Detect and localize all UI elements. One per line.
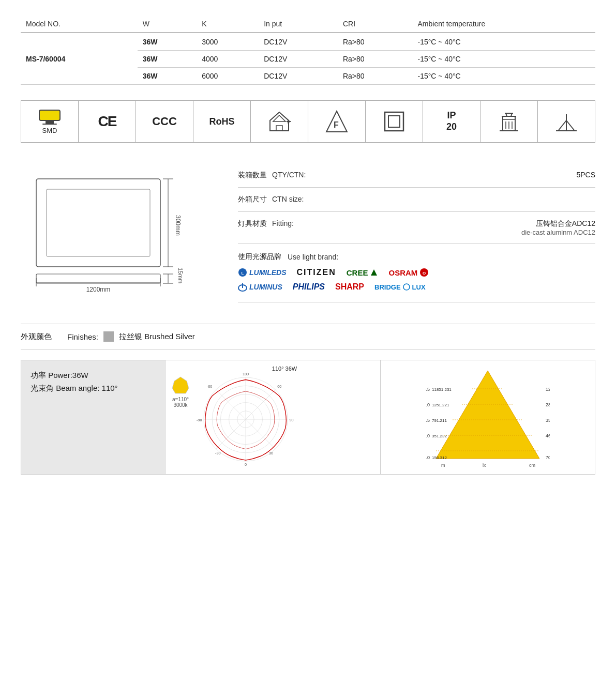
main-section: 300mm 1200mm 15mm 装箱数量 QTY/CTN: 5PCS 外箱尺…	[21, 163, 595, 308]
qty-label-en: QTY/CTN:	[272, 171, 324, 179]
svg-rect-5	[276, 126, 282, 131]
svg-text:30: 30	[269, 451, 273, 455]
brands-row1: L LUMILEDS CITIZEN CREE OSRAM O	[238, 268, 595, 277]
svg-text:15mm: 15mm	[177, 268, 184, 284]
svg-text:0.5: 0.5	[426, 387, 430, 392]
svg-text:-60: -60	[207, 384, 212, 389]
brand-philips: PHILIPS	[293, 282, 325, 292]
finishes-label-cn: 外观颜色	[21, 332, 52, 342]
svg-text:O: O	[423, 271, 426, 276]
col-temp: Ambient temperature	[412, 16, 595, 33]
svg-text:1.5: 1.5	[426, 418, 430, 423]
cert-ip20: IP20	[423, 101, 480, 142]
svg-text:3.0: 3.0	[426, 455, 430, 460]
col-w: W	[138, 16, 197, 33]
cell-temp: -15°C ~ 40°C	[412, 33, 595, 51]
polar-title: 110° 36W	[194, 366, 375, 372]
col-input: In put	[259, 16, 338, 33]
fitting-label-en: Fitting:	[272, 219, 324, 227]
fitting-value-cn: 压铸铝合金ADC12	[521, 219, 595, 229]
qty-value: 5PCS	[576, 171, 595, 179]
svg-text:lx: lx	[483, 463, 486, 468]
svg-text:351.232: 351.232	[432, 434, 447, 438]
svg-line-25	[566, 120, 575, 131]
fitting-label-cn: 灯具材质	[238, 219, 267, 229]
product-diagram: 300mm 1200mm 15mm	[21, 163, 207, 308]
svg-text:m: m	[441, 463, 445, 468]
svg-text:0: 0	[245, 462, 247, 466]
svg-text:1251.221: 1251.221	[432, 403, 449, 407]
svg-text:28.73: 28.73	[546, 402, 550, 407]
charts-area: a=110° 3000k 110° 36W	[166, 360, 595, 474]
svg-rect-1	[46, 120, 54, 124]
svg-text:46.45: 46.45	[546, 433, 550, 438]
svg-line-23	[558, 120, 566, 131]
cell-model: MS-7/60004	[21, 33, 138, 85]
cell-input: DC12V	[259, 33, 338, 51]
diagram-area: 300mm 1200mm 15mm	[21, 163, 217, 308]
svg-rect-2	[42, 124, 57, 125]
svg-text:1200mm: 1200mm	[86, 286, 111, 293]
beam-distribution-svg: 0.5 1.0 1.5 2.0 3.0 11851.231 1251.221 7…	[426, 366, 550, 469]
svg-text:300mm: 300mm	[174, 215, 182, 236]
col-cri: CRI	[338, 16, 413, 33]
finishes-section: 外观颜色 Finishes: 拉丝银 Brushed Silver	[21, 324, 595, 349]
bottom-section: 功率 Power:36W 光束角 Beam angle: 110° a=110°…	[21, 360, 595, 475]
right-specs: 装箱数量 QTY/CTN: 5PCS 外箱尺寸 CTN size: 灯具材质 F…	[238, 163, 595, 302]
polar-a-label: a=110°	[172, 397, 189, 402]
polar-k-label: 3000k	[173, 402, 187, 408]
svg-rect-37	[36, 274, 160, 283]
svg-rect-10	[385, 112, 403, 131]
spec-row-ctn: 外箱尺寸 CTN size:	[238, 188, 595, 212]
cert-triangle-f: F	[308, 101, 366, 142]
svg-text:180: 180	[243, 373, 249, 376]
smd-icon	[37, 109, 62, 126]
svg-text:60: 60	[277, 384, 281, 389]
svg-text:12.36: 12.36	[546, 387, 550, 392]
svg-text:-90: -90	[197, 418, 202, 422]
spec-row-fitting: 灯具材质 Fitting: 压铸铝合金ADC12 die-cast alumin…	[238, 212, 595, 244]
power-info: 功率 Power:36W 光束角 Beam angle: 110°	[21, 360, 166, 474]
brand-bridgelux: BRIDGE LUX	[374, 283, 426, 291]
svg-text:1.0: 1.0	[426, 402, 430, 407]
brand-luminus: LUMINUS	[238, 282, 282, 292]
cell-k: 6000	[197, 68, 259, 85]
weee-icon	[499, 110, 519, 133]
brand-osram: OSRAM O	[388, 268, 429, 277]
svg-text:11851.231: 11851.231	[432, 387, 452, 392]
ccc-icon: CCC	[152, 115, 177, 128]
svg-text:70.18: 70.18	[546, 455, 550, 460]
cert-smd: SMD	[21, 101, 79, 142]
cell-temp: -15°C ~ 40°C	[412, 68, 595, 85]
ctn-label-en: CTN size:	[272, 195, 324, 203]
ce-icon: CE	[98, 113, 116, 130]
ip20-icon: IP20	[446, 110, 457, 132]
cert-weee	[480, 101, 538, 142]
svg-text:cm: cm	[529, 463, 535, 468]
fitting-value-en: die-cast aluminm ADC12	[521, 229, 595, 236]
specs-table: Model NO. W K In put CRI Ambient tempera…	[21, 16, 595, 85]
svg-marker-68	[436, 371, 539, 459]
cell-w: 36W	[138, 33, 197, 51]
cert-rohs: RoHS	[193, 101, 251, 142]
brand-cree: CREE	[347, 268, 379, 277]
ctn-label-cn: 外箱尺寸	[238, 195, 267, 204]
svg-rect-28	[47, 189, 150, 256]
svg-rect-0	[39, 110, 60, 120]
brand-label-cn: 使用光源品牌	[238, 252, 281, 262]
power-label: 功率 Power:36W	[31, 371, 157, 381]
cell-w: 36W	[138, 68, 197, 85]
beam-chart: 0.5 1.0 1.5 2.0 3.0 11851.231 1251.221 7…	[381, 360, 595, 474]
cell-cri: Ra>80	[338, 51, 413, 68]
svg-marker-44	[371, 269, 377, 276]
spec-row-qty: 装箱数量 QTY/CTN: 5PCS	[238, 163, 595, 188]
cell-input: DC12V	[259, 68, 338, 85]
svg-text:791.211: 791.211	[432, 418, 447, 423]
brand-label-en: Use light brand:	[288, 253, 338, 261]
cert-house	[251, 101, 308, 142]
house-icon	[268, 110, 291, 133]
cert-legs	[538, 101, 595, 142]
light-shape-icon	[171, 376, 190, 394]
qty-label-cn: 装箱数量	[238, 171, 267, 180]
cert-ce: CE	[79, 101, 136, 142]
